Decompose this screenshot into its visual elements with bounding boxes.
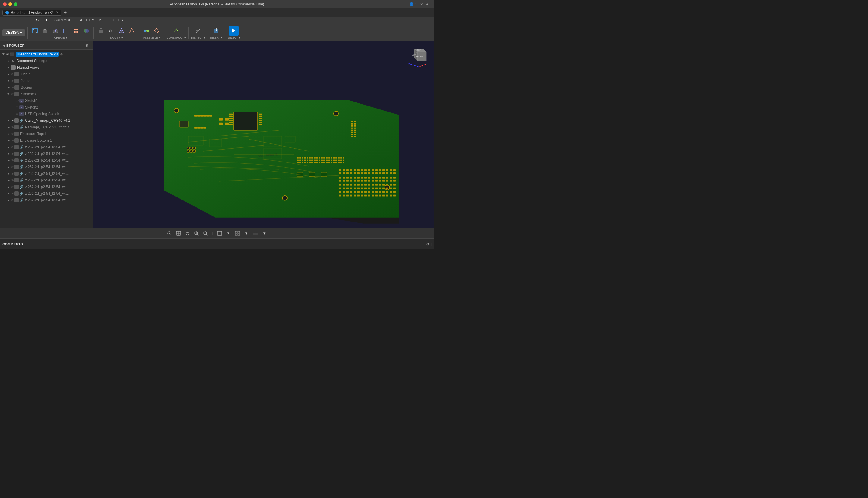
expand-zl8[interactable]: ▶: [6, 191, 11, 196]
tree-item-sketch1[interactable]: ▶ 👁 S Sketch1: [0, 97, 93, 104]
insert-btn[interactable]: [212, 26, 221, 36]
tree-item-zl5[interactable]: ▶ 👁 🔗 zl262-2d_p2-54_l2-54_w:...: [0, 170, 93, 177]
expand-bodies[interactable]: ▶: [6, 85, 11, 90]
zl8-label: zl262-2d_p2-54_l2-54_w:...: [25, 192, 69, 196]
expand-joints[interactable]: ▶: [6, 78, 11, 83]
expand-doc-settings[interactable]: ▶: [6, 58, 11, 63]
comments-settings-icon[interactable]: ⚙: [426, 242, 429, 246]
svg-rect-110: [326, 160, 328, 161]
select-btn[interactable]: [229, 26, 239, 36]
user-icon[interactable]: 👤 1: [409, 2, 417, 6]
expand-zl9[interactable]: ▶: [6, 198, 11, 202]
display-dropdown-btn[interactable]: ▾: [225, 230, 232, 237]
expand-root[interactable]: ▶: [1, 52, 6, 57]
tree-item-enclosure-bottom[interactable]: ▶ 👁 Enclosure Bottom:1: [0, 137, 93, 144]
extrude-btn[interactable]: [40, 26, 50, 36]
tree-item-root[interactable]: ▶ 👁 ⬛ Breadboard Enclosure v8 ⚙: [0, 51, 93, 57]
tree-item-zl4[interactable]: ▶ 👁 🔗 zl262-2d_p2-54_l2-54_w:...: [0, 164, 93, 170]
tree-item-zl9[interactable]: ▶ 👁 🔗 zl262-2d_p2-54_l2-54_w:...: [0, 197, 93, 204]
grid-btn[interactable]: [233, 230, 241, 237]
tree-item-zl7[interactable]: ▶ 👁 🔗 zl262-2d_p2-54_l2-54_w:...: [0, 184, 93, 190]
combine-btn[interactable]: [81, 26, 91, 36]
tree-item-sketch2[interactable]: ▶ 👁 S Sketch2: [0, 104, 93, 110]
expand-origin[interactable]: ▶: [6, 72, 11, 77]
create-sketch-btn[interactable]: [30, 26, 40, 36]
comments-collapse-icon[interactable]: |: [431, 242, 431, 246]
fillet-btn[interactable]: fx: [106, 26, 116, 36]
expand-package[interactable]: ▶: [6, 125, 11, 130]
tab-solid[interactable]: SOLID: [36, 17, 47, 24]
joint-btn[interactable]: [142, 26, 151, 36]
view-cube[interactable]: Z FRONT RIGHT TOP: [407, 44, 431, 68]
move-btn[interactable]: [127, 26, 136, 36]
environment-dropdown-btn[interactable]: ▾: [261, 230, 269, 237]
document-tab[interactable]: 🔷 Breadboard Enclosure v8* ✕: [2, 10, 62, 16]
expand-cairo[interactable]: ▶: [6, 118, 11, 123]
expand-enclosure-bottom[interactable]: ▶: [6, 138, 11, 143]
new-tab-button[interactable]: +: [64, 10, 67, 15]
inspect-btn[interactable]: [193, 26, 203, 36]
viewport[interactable]: GND_BRIDGE: [93, 41, 434, 227]
expand-zl5[interactable]: ▶: [6, 171, 11, 176]
expand-zl2[interactable]: ▶: [6, 151, 11, 156]
expand-zl4[interactable]: ▶: [6, 165, 11, 169]
revolve-btn[interactable]: [51, 26, 60, 36]
expand-sketches[interactable]: ▶: [6, 92, 11, 96]
press-pull-btn[interactable]: [96, 26, 106, 36]
tree-item-named-views[interactable]: ▶ Named Views: [0, 64, 93, 71]
expand-named-views[interactable]: ▶: [6, 65, 11, 70]
display-mode-btn[interactable]: [215, 230, 223, 237]
expand-enclosure-top[interactable]: ▶: [6, 131, 11, 136]
expand-zl1[interactable]: ▶: [6, 145, 11, 149]
minimize-button[interactable]: [9, 2, 12, 6]
expand-zl3[interactable]: ▶: [6, 158, 11, 163]
tree-item-joints[interactable]: ▶ 👁 Joints: [0, 78, 93, 84]
environment-btn[interactable]: [252, 230, 259, 237]
tree-item-enclosure-top[interactable]: ▶ 👁 Enclosure Top:1: [0, 131, 93, 137]
tree-item-origin[interactable]: ▶ 👁 Origin: [0, 71, 93, 78]
user-avatar[interactable]: AE: [426, 2, 431, 6]
tree-item-usb-sketch[interactable]: ▶ 👁 S USB Opening Sketch: [0, 110, 93, 117]
tree-item-zl6[interactable]: ▶ 👁 🔗 zl262-2d_p2-54_l2-54_w:...: [0, 177, 93, 184]
design-dropdown[interactable]: DESIGN ▾: [2, 29, 25, 36]
assemble-comp-btn[interactable]: [152, 26, 162, 36]
tree-container[interactable]: ▶ 👁 ⬛ Breadboard Enclosure v8 ⚙ ▶ ⚙ Docu…: [0, 50, 93, 227]
browser-collapse-icon[interactable]: |: [90, 43, 91, 48]
root-settings-icon[interactable]: ⚙: [60, 52, 63, 56]
snap-btn-2[interactable]: [174, 230, 182, 237]
browser-back-icon[interactable]: ◀: [2, 43, 5, 48]
pattern-btn[interactable]: [71, 26, 81, 36]
tab-sheet-metal[interactable]: SHEET METAL: [79, 17, 103, 24]
tree-item-zl3[interactable]: ▶ 👁 🔗 zl262-2d_p2-54_l2-54_w:...: [0, 157, 93, 164]
svg-point-283: [193, 147, 196, 149]
shell-btn[interactable]: [61, 26, 70, 36]
tree-item-bodies[interactable]: ▶ 👁 Bodies: [0, 84, 93, 91]
grid-dropdown-btn[interactable]: ▾: [243, 230, 251, 237]
tree-item-zl8[interactable]: ▶ 👁 🔗 zl262-2d_p2-54_l2-54_w:...: [0, 190, 93, 197]
tree-item-zl1[interactable]: ▶ 👁 🔗 zl262-2d_p2-54_l2-54_w:...: [0, 144, 93, 150]
tree-item-package[interactable]: ▶ 👁 🔗 Package, TQFP, 32, 7x7x1t...: [0, 124, 93, 131]
tree-item-cairo[interactable]: ▶ 👁 🔗 Cairo_ATmega_CH340 v4:1: [0, 117, 93, 124]
browser-settings-icon[interactable]: ⚙: [85, 43, 89, 48]
help-icon[interactable]: ?: [420, 2, 423, 6]
svg-rect-183: [386, 177, 388, 179]
tree-item-doc-settings[interactable]: ▶ ⚙ Document Settings: [0, 57, 93, 64]
enc-top-eye-icon: 👁: [11, 132, 14, 136]
orbit-btn[interactable]: [184, 230, 191, 237]
tree-item-zl2[interactable]: ▶ 👁 🔗 zl262-2d_p2-54_l2-54_w:...: [0, 150, 93, 157]
maximize-button[interactable]: [14, 2, 17, 6]
tree-item-sketches[interactable]: ▶ 👁 Sketches: [0, 91, 93, 97]
expand-zl6[interactable]: ▶: [6, 178, 11, 183]
expand-zl7[interactable]: ▶: [6, 184, 11, 189]
tab-close-icon[interactable]: ✕: [56, 11, 59, 14]
close-button[interactable]: [3, 2, 6, 6]
zoom-in-btn[interactable]: [192, 230, 200, 237]
tab-surface[interactable]: SURFACE: [54, 17, 71, 24]
align-btn[interactable]: [117, 26, 126, 36]
tab-tools[interactable]: TOOLS: [111, 17, 123, 24]
zoom-dropdown-btn[interactable]: [202, 230, 210, 237]
svg-line-292: [419, 64, 426, 67]
snap-btn[interactable]: [165, 230, 173, 237]
svg-point-9: [76, 31, 78, 33]
construct-btn[interactable]: [172, 26, 181, 36]
